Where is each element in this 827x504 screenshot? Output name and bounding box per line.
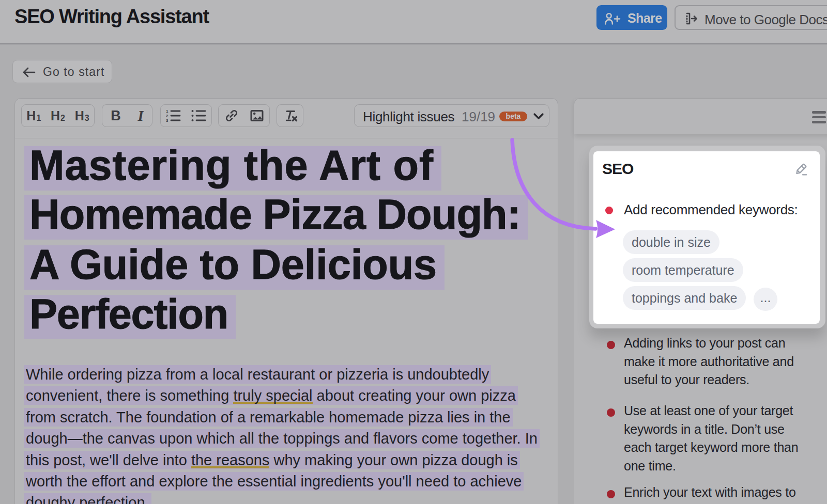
svg-text:3: 3 — [166, 118, 169, 123]
svg-text:2: 2 — [166, 114, 169, 118]
svg-text:1: 1 — [166, 109, 169, 114]
